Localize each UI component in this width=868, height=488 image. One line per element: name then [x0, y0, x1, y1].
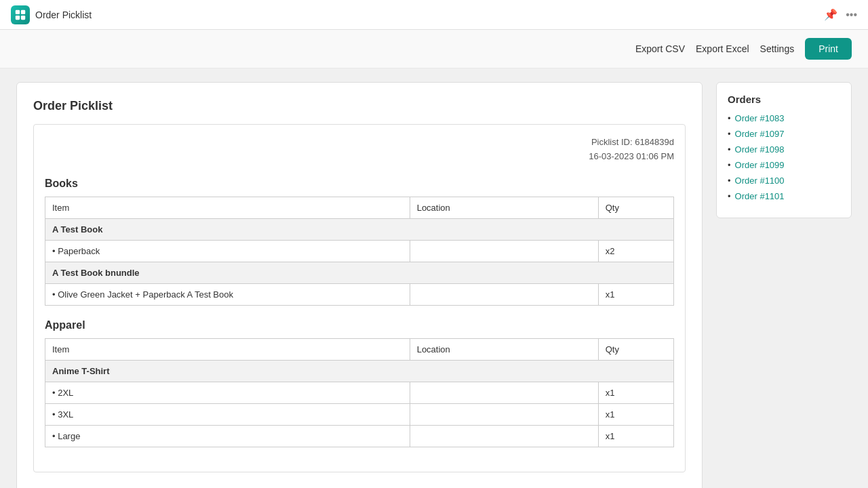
top-bar-left: Order Picklist	[11, 5, 92, 24]
list-item: Order #1100	[728, 176, 840, 186]
group-name: A Test Book bnundle	[45, 262, 674, 283]
item-name: • Olive Green Jacket + Paperback A Test …	[45, 283, 410, 305]
order-link-1097[interactable]: Order #1097	[735, 129, 785, 139]
pin-icon[interactable]: 📌	[824, 8, 837, 21]
item-location	[410, 382, 598, 403]
sidebar: Orders Order #1083 Order #1097 Order #10…	[716, 82, 852, 218]
list-item: Order #1101	[728, 191, 840, 201]
content-card: Order Picklist Picklist ID: 6184839d 16-…	[16, 82, 703, 488]
books-table: Item Location Qty A Test Book • Paperbac…	[45, 197, 674, 306]
order-link-1083[interactable]: Order #1083	[735, 113, 785, 123]
export-csv-button[interactable]: Export CSV	[635, 43, 685, 54]
svg-rect-0	[16, 9, 20, 14]
page-title: Order Picklist	[33, 99, 686, 113]
sidebar-title: Orders	[728, 94, 840, 105]
section-title-books: Books	[45, 178, 674, 190]
picklist-inner: Picklist ID: 6184839d 16-03-2023 01:06 P…	[33, 124, 686, 472]
table-row: A Test Book bnundle	[45, 262, 674, 283]
svg-rect-1	[21, 9, 25, 14]
table-row: • Paperback x2	[45, 240, 674, 262]
order-link-1101[interactable]: Order #1101	[735, 191, 785, 201]
books-col-location: Location	[410, 197, 598, 218]
order-link-1098[interactable]: Order #1098	[735, 144, 785, 155]
svg-rect-3	[21, 15, 25, 19]
table-row: A Test Book	[45, 218, 674, 240]
item-name: • 2XL	[45, 382, 410, 403]
list-item: Order #1099	[728, 160, 840, 170]
more-options-icon[interactable]: •••	[846, 9, 857, 21]
main-layout: Order Picklist Picklist ID: 6184839d 16-…	[0, 68, 868, 488]
apparel-table: Item Location Qty Anime T-Shirt • 2XL x1	[45, 338, 674, 447]
top-bar-right: 📌 •••	[824, 8, 857, 21]
table-row: Anime T-Shirt	[45, 360, 674, 382]
item-qty: x1	[598, 283, 673, 305]
toolbar: Export CSV Export Excel Settings Print	[0, 30, 868, 68]
order-link-1100[interactable]: Order #1100	[735, 176, 785, 186]
item-location	[410, 403, 598, 425]
section-title-apparel: Apparel	[45, 319, 674, 331]
item-location	[410, 240, 598, 262]
list-item: Order #1098	[728, 144, 840, 155]
table-row: • 2XL x1	[45, 382, 674, 403]
group-name: Anime T-Shirt	[45, 360, 674, 382]
top-bar: Order Picklist 📌 •••	[0, 0, 868, 30]
item-name: • Paperback	[45, 240, 410, 262]
print-button[interactable]: Print	[805, 38, 852, 60]
svg-rect-2	[16, 15, 20, 19]
apparel-col-item: Item	[45, 338, 410, 360]
export-excel-button[interactable]: Export Excel	[696, 43, 749, 54]
item-qty: x2	[598, 240, 673, 262]
item-location	[410, 425, 598, 447]
item-qty: x1	[598, 403, 673, 425]
table-row: • Large x1	[45, 425, 674, 447]
orders-list: Order #1083 Order #1097 Order #1098 Orde…	[728, 113, 840, 201]
list-item: Order #1083	[728, 113, 840, 123]
apparel-col-qty: Qty	[598, 338, 673, 360]
apparel-col-location: Location	[410, 338, 598, 360]
table-row: • 3XL x1	[45, 403, 674, 425]
table-row: • Olive Green Jacket + Paperback A Test …	[45, 283, 674, 305]
settings-button[interactable]: Settings	[760, 43, 795, 54]
order-link-1099[interactable]: Order #1099	[735, 160, 785, 170]
group-name: A Test Book	[45, 218, 674, 240]
books-col-item: Item	[45, 197, 410, 218]
app-icon	[11, 5, 30, 24]
item-qty: x1	[598, 425, 673, 447]
item-location	[410, 283, 598, 305]
item-qty: x1	[598, 382, 673, 403]
picklist-id: Picklist ID: 6184839d	[45, 136, 674, 150]
list-item: Order #1097	[728, 129, 840, 139]
picklist-date: 16-03-2023 01:06 PM	[45, 150, 674, 164]
picklist-meta: Picklist ID: 6184839d 16-03-2023 01:06 P…	[45, 136, 674, 164]
app-title: Order Picklist	[35, 9, 92, 20]
item-name: • Large	[45, 425, 410, 447]
books-col-qty: Qty	[598, 197, 673, 218]
item-name: • 3XL	[45, 403, 410, 425]
